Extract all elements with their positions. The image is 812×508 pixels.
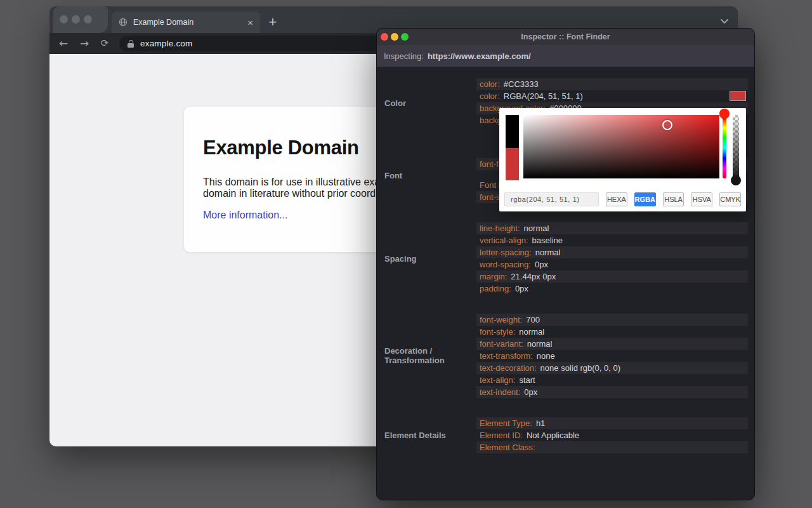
- element-details-rows: Element Type:h1 Element ID:Not Applicabl…: [476, 417, 748, 453]
- page-title: Example Domain: [203, 137, 359, 159]
- css-property-row: Element Class:: [476, 441, 748, 453]
- css-property-row: text-align:start: [476, 374, 748, 386]
- hue-slider[interactable]: [723, 117, 726, 178]
- css-property-row: margin:21.44px 0px: [476, 271, 748, 283]
- hue-slider-handle[interactable]: [719, 109, 730, 119]
- css-property-row: letter-spacing:normal: [476, 246, 748, 258]
- window-title: Inspector :: Font Finder: [521, 32, 610, 41]
- css-property-row: font-style:normal: [476, 326, 748, 338]
- css-property-row: text-decoration:none solid rgb(0, 0, 0): [476, 362, 748, 374]
- url-text: example.com: [140, 39, 192, 48]
- format-button-hexa[interactable]: HEXA: [606, 192, 627, 206]
- close-button[interactable]: [60, 15, 68, 23]
- back-icon[interactable]: ←: [56, 35, 70, 51]
- inspecting-url: https://www.example.com/: [428, 51, 531, 61]
- css-property-row: font-weight:700: [476, 314, 748, 326]
- saturation-value-palette[interactable]: [523, 115, 719, 178]
- decoration-section-rows: font-weight:700 font-style:normal font-v…: [476, 314, 748, 398]
- previous-color-swatch[interactable]: [506, 115, 519, 148]
- css-property-row: word-spacing:0px: [476, 258, 748, 271]
- tab-close-icon[interactable]: ×: [247, 18, 253, 27]
- lock-icon: [128, 40, 134, 48]
- css-property-row: font-variant:normal: [476, 338, 748, 350]
- palette-cursor[interactable]: [662, 120, 672, 130]
- section-label-decoration: Decoration / Transformation: [384, 346, 473, 365]
- inspector-window: Inspector :: Font Finder Inspecting: htt…: [376, 28, 755, 500]
- forward-icon[interactable]: →: [77, 35, 91, 51]
- tab-title: Example Domain: [133, 18, 242, 27]
- section-label-font: Font: [384, 171, 473, 180]
- globe-icon: [119, 18, 128, 27]
- color-value-input[interactable]: [504, 192, 599, 206]
- format-button-rgba[interactable]: RGBA: [634, 192, 656, 206]
- reload-icon[interactable]: ⟳: [98, 35, 112, 51]
- format-button-hsla[interactable]: HSLA: [663, 192, 684, 206]
- color-swatch[interactable]: [730, 91, 746, 101]
- alpha-slider[interactable]: [733, 115, 739, 181]
- inspector-titlebar: Inspector :: Font Finder: [377, 29, 754, 45]
- color-preview-strip: [506, 115, 519, 180]
- css-property-row: line-height:normal: [476, 222, 748, 234]
- maximize-button[interactable]: [401, 33, 409, 41]
- css-property-row: color:RGBA(204, 51, 51, 1): [476, 90, 748, 102]
- minimize-button[interactable]: [391, 33, 398, 41]
- spacing-section-rows: line-height:normal vertical-align:baseli…: [476, 222, 748, 295]
- inspecting-bar: Inspecting: https://www.example.com/: [377, 45, 754, 67]
- css-property-row: Element Type:h1: [476, 417, 748, 429]
- new-tab-button[interactable]: +: [263, 11, 283, 33]
- more-information-link[interactable]: More information...: [203, 210, 287, 221]
- maximize-button[interactable]: [84, 15, 92, 23]
- css-property-row: padding:0px: [476, 283, 748, 295]
- inspecting-label: Inspecting:: [384, 51, 424, 61]
- format-button-cmyk[interactable]: CMYK: [719, 192, 741, 206]
- alpha-slider-handle[interactable]: [731, 175, 741, 185]
- section-label-spacing: Spacing: [384, 254, 473, 264]
- chevron-down-icon[interactable]: [719, 16, 730, 26]
- section-label-color: Color: [384, 98, 473, 108]
- css-property-row: vertical-align:baseline: [476, 234, 748, 246]
- close-button[interactable]: [381, 33, 388, 41]
- css-property-row: Element ID:Not Applicable: [476, 429, 748, 441]
- format-button-hsva[interactable]: HSVA: [691, 192, 712, 206]
- browser-tab[interactable]: Example Domain ×: [112, 11, 260, 33]
- minimize-button[interactable]: [72, 15, 80, 23]
- window-controls: [53, 6, 108, 33]
- picker-controls: HEXA RGBA HSLA HSVA CMYK: [504, 192, 741, 206]
- css-property-row: color:#CC3333: [476, 78, 748, 90]
- css-property-row: text-transform:none: [476, 350, 748, 362]
- color-picker-popup: HEXA RGBA HSLA HSVA CMYK: [499, 108, 746, 211]
- current-color-swatch[interactable]: [506, 148, 519, 180]
- section-label-element-details: Element Details: [384, 431, 473, 440]
- css-property-row: text-indent:0px: [476, 386, 748, 398]
